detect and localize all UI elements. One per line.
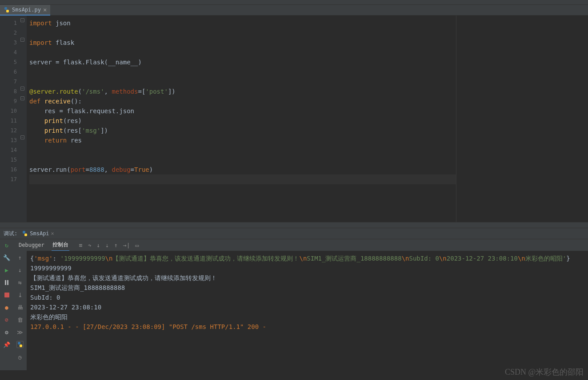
fold-icon[interactable]: − xyxy=(20,87,24,91)
wrap-icon[interactable]: ⇆ xyxy=(16,278,24,286)
code-editor[interactable]: import json import flask server = flask.… xyxy=(27,16,456,222)
run-to-cursor-icon[interactable]: →| xyxy=(123,242,130,249)
console-tab-bar: Debugger 控制台 ≡ ↷ ↓ ⇣ ↑ →| ▭ xyxy=(13,239,588,251)
line-number-gutter[interactable]: 1 2 3 4 5 6 7 8 9 10 11 12 13 14 15 16 1… xyxy=(0,16,20,222)
down-icon[interactable]: ↓ xyxy=(16,266,24,274)
step-into-icon[interactable]: ↷ xyxy=(88,242,92,249)
debug-panel-header: 调试: SmsApi × xyxy=(0,228,588,239)
resume-icon[interactable]: ▶ xyxy=(3,266,11,274)
fold-icon[interactable]: − xyxy=(20,96,24,100)
scroll-end-icon[interactable]: ⤓ xyxy=(16,291,24,299)
console-wrap: Debugger 控制台 ≡ ↷ ↓ ⇣ ↑ →| ▭ ↑ ↓ ⇆ ⤓ 🖶 🗑 … xyxy=(13,239,588,370)
python-file-icon xyxy=(4,7,10,13)
console-toolbar: ≡ ↷ ↓ ⇣ ↑ →| ▭ xyxy=(79,242,139,249)
console-inner: ↑ ↓ ⇆ ⤓ 🖶 🗑 ≫ ◷ {'msg': '19999999999\n【测… xyxy=(13,251,588,370)
rerun-icon[interactable]: ↻ xyxy=(3,241,11,249)
editor-area: 1 2 3 4 5 6 7 8 9 10 11 12 13 14 15 16 1… xyxy=(0,16,588,222)
debug-run-tab[interactable]: SmsApi × xyxy=(22,230,54,237)
file-tab-smsapi[interactable]: SmsApi.py × xyxy=(0,5,50,16)
history-icon[interactable]: ◷ xyxy=(16,353,24,361)
python-icon xyxy=(22,230,28,237)
fold-icon[interactable]: − xyxy=(20,38,24,42)
debug-body: ↻ 🔧 ▶ ● ⊘ ⚙ 📌 Debugger 控制台 ≡ ↷ ↓ ⇣ ↑ →| … xyxy=(0,239,588,370)
mute-breakpoints-icon[interactable]: ⊘ xyxy=(3,316,11,324)
splitter[interactable] xyxy=(0,222,588,228)
console-output[interactable]: {'msg': '19999999999\n【测试通道】恭喜您，该发送通道测试成… xyxy=(27,251,588,370)
fold-strip[interactable]: − − − − − xyxy=(20,16,27,222)
force-step-icon[interactable]: ⇣ xyxy=(105,242,109,249)
debug-side-toolbar: ↻ 🔧 ▶ ● ⊘ ⚙ 📌 xyxy=(0,239,13,370)
settings-icon[interactable]: 🔧 xyxy=(3,253,11,261)
tab-console[interactable]: 控制台 xyxy=(52,239,69,251)
title-bar xyxy=(0,0,588,5)
close-tab-icon[interactable]: × xyxy=(43,6,47,13)
step-out-icon[interactable]: ↑ xyxy=(114,242,118,249)
editor-tab-bar: SmsApi.py × xyxy=(0,5,588,16)
console-side-toolbar: ↑ ↓ ⇆ ⤓ 🖶 🗑 ≫ ◷ xyxy=(13,251,27,370)
python-console-icon[interactable] xyxy=(16,340,24,348)
tab-debugger[interactable]: Debugger xyxy=(18,240,45,250)
print-icon[interactable]: 🖶 xyxy=(16,303,24,311)
code-minimap[interactable] xyxy=(456,16,588,222)
step-over-icon[interactable]: ≡ xyxy=(79,242,83,249)
debug-label: 调试: xyxy=(4,230,17,238)
clear-icon[interactable]: 🗑 xyxy=(16,316,24,324)
gear-icon[interactable]: ⚙ xyxy=(3,328,11,336)
evaluate-icon[interactable]: ▭ xyxy=(136,242,139,249)
pin-icon[interactable]: 📌 xyxy=(3,340,11,348)
step-down-icon[interactable]: ↓ xyxy=(96,242,100,249)
breakpoint-icon[interactable]: ● xyxy=(3,303,11,311)
close-icon[interactable]: × xyxy=(51,230,54,237)
tab-filename: SmsApi.py xyxy=(12,7,41,13)
prompt-icon[interactable]: ≫ xyxy=(16,328,24,336)
up-icon[interactable]: ↑ xyxy=(16,253,24,261)
fold-icon[interactable]: − xyxy=(20,18,24,22)
stop-icon[interactable] xyxy=(3,291,11,299)
fold-icon[interactable]: − xyxy=(20,135,24,139)
pause-icon[interactable] xyxy=(3,278,11,286)
